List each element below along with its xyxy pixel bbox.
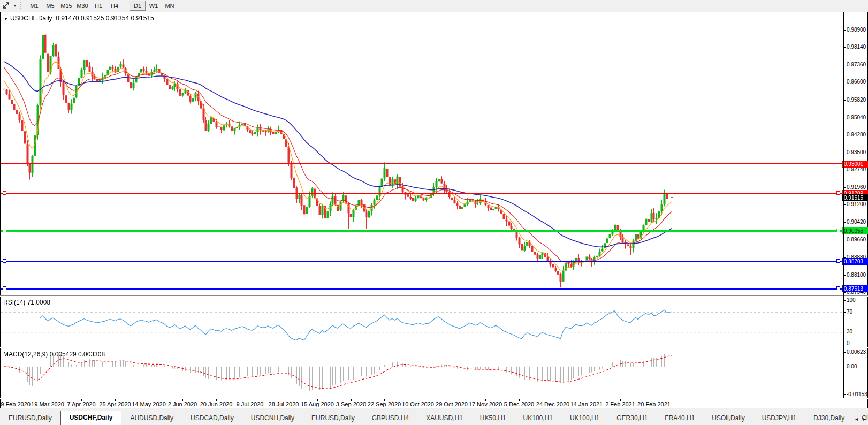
hline-marker-right-support-0.88703[interactable]: [836, 259, 840, 263]
toolbar-grip: [20, 2, 23, 9]
timeframe-button-m1[interactable]: M1: [26, 1, 42, 11]
price-tickmark: [844, 275, 846, 276]
price-tickmark: [844, 204, 846, 205]
date-label: 20 Feb 2021: [631, 401, 676, 407]
panel-splitter-macd-dates: [0, 398, 868, 399]
chart-shift-dropdown-caret[interactable]: ▾: [12, 1, 18, 10]
chart-title: ▼USDCHF,Daily 0.91470 0.91525 0.91354 0.…: [4, 14, 154, 22]
rsi-level-label: 100: [847, 297, 856, 303]
hline-handle-resistance-0.91709[interactable]: [1, 192, 843, 195]
hline-handle-support-0.90055[interactable]: [1, 229, 843, 233]
chart-tab-usdchf-daily[interactable]: USDCHF,Daily: [60, 411, 122, 425]
chart-tabbar: EURUSD,DailyUSDCHF,DailyAUDUSD,DailyUSDC…: [0, 409, 868, 425]
hline-marker-left-support-0.87513[interactable]: [3, 286, 6, 290]
chart-shift-icon[interactable]: [0, 1, 12, 10]
macd-indicator-canvas[interactable]: [1, 348, 843, 398]
toolbar: ▾ M1M5M15M30H1H4D1W1MN: [0, 0, 868, 11]
chart-tab-usdcad-daily[interactable]: USDCAD,Daily: [182, 412, 242, 425]
rsi-level-tickmark: [844, 300, 846, 301]
rsi-panel-label: RSI(14) 71.0008: [3, 299, 50, 306]
price-tick-label: 0.88100: [847, 272, 866, 278]
chart-tab-fra40-h1[interactable]: FRA40,H1: [656, 412, 703, 425]
price-tickmark: [844, 47, 846, 48]
symbol-dropdown-icon[interactable]: ▼: [4, 17, 8, 21]
price-tick-label: 0.90420: [847, 219, 866, 225]
metatrader-app: ▾ M1M5M15M30H1H4D1W1MN ▼USDCHF,Daily 0.9…: [0, 0, 868, 425]
rsi-level-label: 70: [847, 309, 852, 315]
price-tick-label: 0.94280: [847, 132, 866, 138]
panel-splitter-main-rsi[interactable]: [0, 295, 868, 297]
price-tickmark: [844, 170, 846, 170]
hline-handle-resistance-0.93001[interactable]: [1, 162, 843, 166]
price-tick-label: 0.98140: [847, 44, 866, 50]
panel-splitter-rsi-macd[interactable]: [0, 347, 868, 348]
timeframe-button-h1[interactable]: H1: [90, 1, 106, 11]
timeframe-button-m5[interactable]: M5: [42, 1, 58, 11]
timeframe-button-m30[interactable]: M30: [74, 1, 90, 11]
rsi-indicator-canvas[interactable]: [1, 297, 843, 347]
tab-scroll-left-icon[interactable]: ◂: [855, 416, 858, 422]
toolbar-separator: [181, 2, 181, 10]
tab-scroll-arrows: ◂▸: [855, 416, 866, 422]
rsi-level-label: 0: [847, 340, 850, 347]
hline-marker-left-support-0.90055[interactable]: [3, 229, 6, 232]
hline-marker-left-support-0.88703[interactable]: [3, 259, 6, 263]
price-tick-label: 0.95820: [847, 97, 866, 103]
price-tickmark: [844, 153, 846, 153]
timeframe-button-m15[interactable]: M15: [58, 1, 74, 11]
timeframe-button-w1[interactable]: W1: [146, 1, 162, 11]
macd-level-label: -0.011534: [847, 391, 868, 398]
chart-tab-eurusd-daily[interactable]: EURUSD,Daily: [303, 412, 363, 425]
price-tick-label: 0.98900: [847, 27, 866, 33]
price-chip-support-0.90055: 0.90055: [842, 227, 868, 234]
price-tickmark: [844, 65, 846, 65]
hline-marker-left-resistance-0.91709[interactable]: [3, 191, 6, 195]
current-price-line: [1, 198, 843, 198]
chart-tab-dj30-daily[interactable]: DJ30,Daily: [805, 412, 853, 425]
price-tickmark: [844, 82, 846, 82]
price-tick-label: 0.93500: [847, 149, 866, 156]
chart-tab-eurusd-daily[interactable]: EURUSD,Daily: [0, 412, 60, 425]
chart-tab-usdjpy-h1[interactable]: USDJPY,H1: [753, 412, 805, 425]
price-axis-border: [843, 12, 844, 398]
price-tickmark: [844, 118, 846, 118]
price-tickmark: [844, 292, 846, 293]
macd-level-label: 0.006237: [847, 349, 868, 355]
macd-level-label: 0.00: [847, 363, 857, 370]
price-tick-label: 0.91200: [847, 201, 866, 208]
macd-level-tickmark: [844, 367, 846, 367]
rsi-level-tickmark: [844, 344, 846, 344]
timeframe-button-mn[interactable]: MN: [162, 1, 178, 11]
macd-level-tickmark: [844, 394, 846, 395]
tab-scroll-right-icon[interactable]: ▸: [863, 416, 866, 422]
chart-tab-audusd-daily[interactable]: AUDUSD,Daily: [121, 412, 182, 425]
hline-handle-support-0.88703[interactable]: [1, 260, 843, 263]
chart-window: ▼USDCHF,Daily 0.91470 0.91525 0.91354 0.…: [0, 12, 868, 408]
chart-tab-uk100-h1[interactable]: UK100,H1: [561, 412, 608, 425]
macd-level-tickmark: [844, 352, 846, 353]
timeframe-button-d1[interactable]: D1: [130, 1, 146, 11]
timeframe-button-h4[interactable]: H4: [106, 1, 123, 11]
price-chip-support-0.88703: 0.88703: [842, 258, 868, 265]
chart-tab-usoil-daily[interactable]: USOil,Daily: [703, 412, 753, 425]
chart-tab-gbpusd-h4[interactable]: GBPUSD,H4: [363, 412, 417, 425]
hline-marker-right-support-0.90055[interactable]: [836, 229, 840, 232]
price-tickmark: [844, 30, 846, 31]
main-chart-canvas[interactable]: [1, 12, 843, 295]
chart-tab-usdcnh-daily[interactable]: USDCNH,Daily: [242, 412, 303, 425]
price-tick-label: 0.97360: [847, 62, 866, 68]
chart-tab-xauusd-h1[interactable]: XAUUSD,H1: [417, 412, 471, 425]
price-chip-resistance-0.93001: 0.93001: [842, 161, 868, 168]
hline-marker-right-resistance-0.91709[interactable]: [836, 191, 840, 195]
macd-panel-label: MACD(12,26,9) 0.005429 0.003308: [3, 351, 105, 358]
rsi-level-label: 30: [847, 329, 852, 335]
hline-handle-support-0.87513[interactable]: [1, 287, 843, 291]
price-tick-label: 0.95040: [847, 115, 866, 121]
chart-tab-hk50-h1[interactable]: HK50,H1: [471, 412, 515, 425]
chart-tab-uk100-h1[interactable]: UK100,H1: [515, 412, 561, 425]
hline-marker-right-support-0.87513[interactable]: [836, 286, 840, 290]
price-tickmark: [844, 100, 846, 101]
chart-tab-ger30-h1[interactable]: GER30,H1: [608, 412, 656, 425]
rsi-level-tickmark: [844, 332, 846, 332]
price-tick-label: 0.96600: [847, 79, 866, 85]
